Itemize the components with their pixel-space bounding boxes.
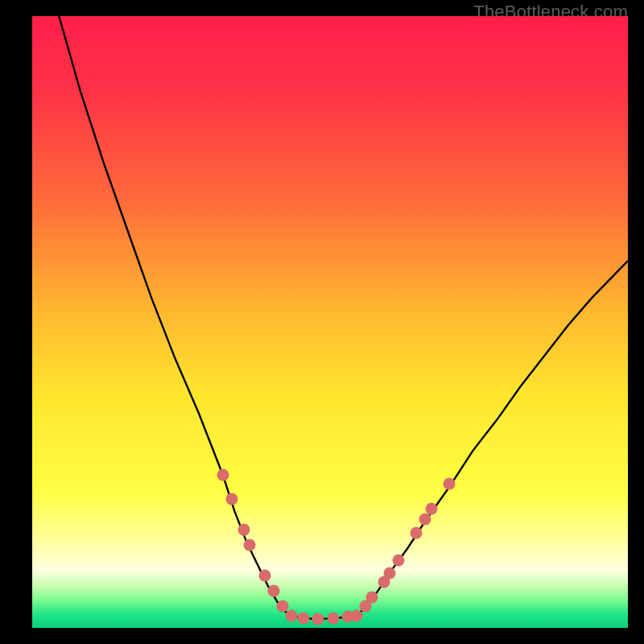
marker-dot [217,469,229,481]
marker-dot [225,493,237,506]
marker-dot [444,478,456,490]
marker-dot [393,555,405,567]
marker-dot [237,524,250,536]
marker-dot [327,612,339,624]
marker-dot [365,592,378,604]
curve-layer [32,16,628,628]
marker-dot [244,539,256,551]
bottleneck-curve [59,16,628,619]
marker-dot [419,513,431,525]
marker-dot [297,612,309,624]
marker-dot [267,585,279,597]
outer-frame: TheBottleneck.com [0,0,644,644]
plot-area [32,16,628,628]
marker-dot [312,613,324,625]
marker-dot [384,567,396,579]
marker-dot [411,527,423,539]
marker-dot [351,609,363,621]
marker-dot [285,609,297,621]
marker-dot [258,570,270,582]
marker-dot [425,502,437,514]
